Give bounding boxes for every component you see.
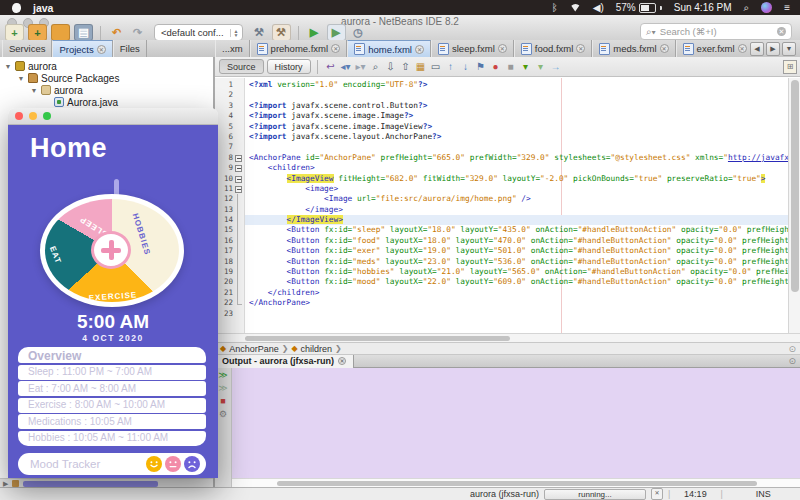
source-view-button[interactable]: Source <box>219 59 264 74</box>
open-project-icon[interactable] <box>51 24 70 41</box>
code-line[interactable] <box>245 90 800 100</box>
clear-search-icon[interactable]: ✕ <box>777 27 786 36</box>
code-line[interactable]: <Button fx:id="meds" layoutX="23.0" layo… <box>245 257 800 267</box>
code-line[interactable]: </image> <box>245 205 800 215</box>
breadcrumb-options-icon[interactable]: ⊙ <box>788 344 796 354</box>
go-to-last-edit-icon[interactable]: → <box>549 61 563 72</box>
add-activity-button[interactable] <box>91 231 131 269</box>
code-line[interactable]: <AnchorPane id="AnchorPane" prefHeight="… <box>245 153 800 163</box>
spotlight-icon[interactable]: ⌕ <box>744 2 750 14</box>
editor-tab-food-fxml[interactable]: food.fxml✕ <box>514 40 593 57</box>
editor-tab-meds-fxml[interactable]: meds.fxml✕ <box>592 40 675 57</box>
scroll-tabs-left-icon[interactable]: ◀ <box>750 42 764 56</box>
bluetooth-icon[interactable]: ᛒ <box>552 2 558 13</box>
forward-icon[interactable]: ▸▾ <box>354 61 368 72</box>
undo-icon[interactable]: ↶ <box>108 25 125 40</box>
tab-list-icon[interactable]: ▼ <box>782 42 796 56</box>
code-line[interactable]: <Button fx:id="food" layoutX="18.0" layo… <box>245 236 800 246</box>
code-line[interactable]: </AnchorPane> <box>245 298 800 308</box>
apple-menu-icon[interactable] <box>12 3 21 13</box>
rerun-with-args-icon[interactable]: ≫ <box>218 383 227 393</box>
editor-gutter[interactable]: 1234567891011121314151617181920212223 <box>215 78 245 333</box>
meh-mood-icon[interactable] <box>165 456 181 472</box>
save-all-icon[interactable]: ▤ <box>74 24 93 41</box>
previous-bookmark-icon[interactable]: ↑ <box>444 61 458 72</box>
editor-tab-exer-fxml[interactable]: exer.fxml✕ <box>676 40 750 57</box>
redo-icon[interactable]: ↷ <box>129 25 146 40</box>
fold-toggle-icon[interactable] <box>233 184 244 194</box>
tree-node-aurora[interactable]: ▼aurora <box>0 60 213 72</box>
ant-settings-icon[interactable]: ⚙ <box>219 409 227 419</box>
code-line[interactable]: <Button fx:id="sleep" layoutX="18.0" lay… <box>245 225 800 235</box>
close-tab-icon[interactable]: ✕ <box>331 44 340 53</box>
split-editor-icon[interactable]: ⊞ <box>783 60 797 74</box>
editor-tab-sleep-fxml[interactable]: sleep.fxml✕ <box>431 40 514 57</box>
code-line[interactable]: <Button fx:id="exer" layoutX="19.0" layo… <box>245 246 800 256</box>
panel-tab-projects[interactable]: Projects✕ <box>52 40 112 57</box>
build-project-icon[interactable]: ⚒ <box>251 25 268 40</box>
code-editor[interactable]: 1234567891011121314151617181920212223 <?… <box>215 78 800 333</box>
editor-tab-prehome-fxml[interactable]: prehome.fxml✕ <box>250 40 348 57</box>
ide-search-box[interactable]: ⌕▾ Search (⌘+I) ✕ <box>640 23 792 40</box>
current-code-line[interactable]: </ImageView> <box>245 215 800 225</box>
battery-indicator[interactable]: 57% <box>616 2 662 13</box>
volume-icon[interactable]: ◀) <box>593 2 604 13</box>
fold-toggle-icon[interactable] <box>233 163 244 173</box>
code-line[interactable]: <?import javafx.scene.layout.AnchorPane?… <box>245 132 800 142</box>
history-view-button[interactable]: History <box>267 59 311 74</box>
close-tab-icon[interactable]: ✕ <box>738 44 747 53</box>
fold-toggle-icon[interactable] <box>233 174 244 184</box>
run-project-icon[interactable]: ▶ <box>306 25 323 40</box>
tree-node-aurora[interactable]: ▼aurora <box>0 84 213 96</box>
comment-icon[interactable]: ▾ <box>519 61 533 72</box>
cancel-process-icon[interactable]: ✕ <box>651 488 663 500</box>
breadcrumb-item[interactable]: AnchorPane <box>229 344 279 354</box>
breadcrumb-item[interactable]: children <box>301 344 333 354</box>
find-next-icon[interactable]: ⇩ <box>384 61 398 72</box>
uncomment-icon[interactable]: ▾ <box>534 61 548 72</box>
clean-build-icon[interactable]: ⚒ <box>272 24 291 41</box>
active-app-name[interactable]: java <box>33 2 53 14</box>
code-line[interactable]: <children> <box>245 163 800 173</box>
back-icon[interactable]: ◂▾ <box>339 61 353 72</box>
editor-tab--xm[interactable]: ...xm <box>215 40 250 57</box>
schedule-wheel[interactable]: HOBBIESEXERCISEEATSLEEP <box>40 194 184 307</box>
code-text[interactable]: <?xml version="1.0" encoding="UTF-8"?><?… <box>245 78 800 333</box>
code-line[interactable]: <Button fx:id="hobbies" layoutX="21.0" l… <box>245 267 800 277</box>
profile-project-icon[interactable]: ◷ <box>350 25 367 40</box>
code-line[interactable]: <?import javafx.scene.control.Button?> <box>245 101 800 111</box>
close-tab-icon[interactable]: ✕ <box>660 44 669 53</box>
code-line[interactable]: <?import javafx.scene.image.ImageView?> <box>245 122 800 132</box>
debug-project-icon[interactable]: ▶ <box>327 24 346 41</box>
start-macro-icon[interactable]: ● <box>489 61 503 72</box>
close-tab-icon[interactable]: ✕ <box>576 44 585 53</box>
panel-tab-services[interactable]: Services <box>2 40 52 57</box>
rerun-icon[interactable]: ≫ <box>218 370 227 380</box>
panel-tab-files[interactable]: Files <box>113 40 147 57</box>
editor-vertical-scrollbar[interactable] <box>788 78 800 333</box>
new-file-icon[interactable]: + <box>5 24 24 41</box>
editor-horizontal-scrollbar[interactable] <box>215 333 800 342</box>
toggle-highlight-icon[interactable]: ▦ <box>414 61 428 72</box>
sad-mood-icon[interactable] <box>184 456 200 472</box>
preview-minimize-icon[interactable] <box>29 112 37 120</box>
notification-center-icon[interactable]: ≡ <box>784 2 790 13</box>
code-line[interactable]: </children> <box>245 288 800 298</box>
fold-toggle-icon[interactable] <box>233 153 244 163</box>
scroll-tabs-right-icon[interactable]: ▶ <box>766 42 780 56</box>
close-tab-icon[interactable]: ✕ <box>498 44 507 53</box>
last-edit-icon[interactable]: ↩ <box>324 61 338 72</box>
next-bookmark-icon[interactable]: ↓ <box>459 61 473 72</box>
output-tab[interactable]: Output - aurora (jfxsa-run) ✕ <box>215 355 354 368</box>
preview-zoom-icon[interactable] <box>43 112 51 120</box>
preview-titlebar[interactable] <box>8 108 218 125</box>
code-line[interactable]: <?xml version="1.0" encoding="UTF-8"?> <box>245 80 800 90</box>
toggle-bookmark-icon[interactable]: ⚑ <box>474 61 488 72</box>
stop-macro-icon[interactable]: ■ <box>504 61 518 72</box>
editor-tab-home-fxml[interactable]: home.fxml✕ <box>347 40 431 57</box>
collapse-node-icon[interactable]: ▼ <box>17 75 25 82</box>
preview-close-icon[interactable] <box>15 112 23 120</box>
code-line[interactable]: <Image url="file:src/aurora/img/home.png… <box>245 194 800 204</box>
minimize-output-icon[interactable]: ⊙ <box>788 356 796 366</box>
output-horizontal-scrollbar[interactable] <box>232 478 800 487</box>
